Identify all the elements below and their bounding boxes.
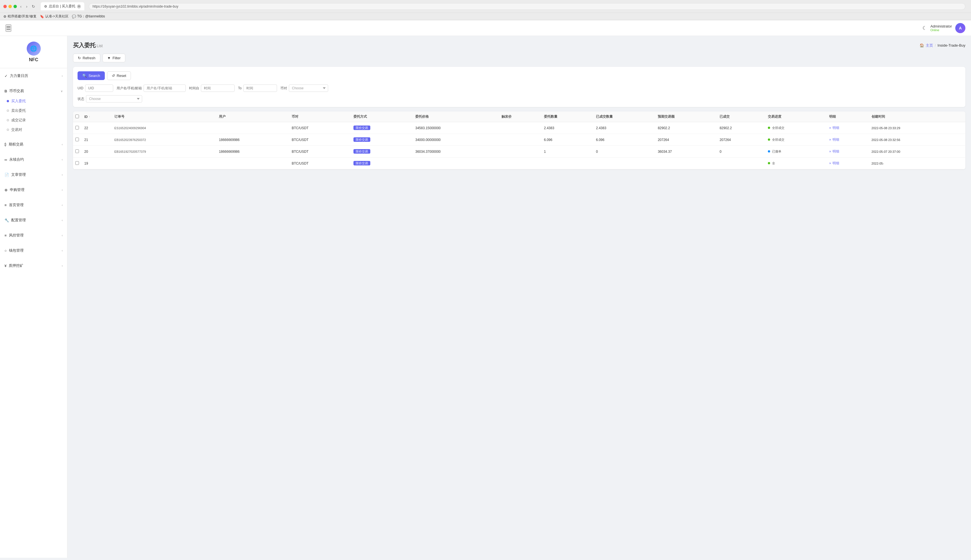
detail-link-0[interactable]: 明细 [833, 126, 839, 130]
row-checkbox-0[interactable] [75, 126, 79, 130]
username-input[interactable] [143, 85, 186, 92]
col-quantity: 委托数量 [542, 112, 594, 122]
page-header: 买入委托 List 🏠 主页 / Inside-Trade-Buy [73, 42, 965, 49]
reset-label: Reset [117, 73, 126, 78]
cell-type-1: 限价交易 [351, 134, 413, 146]
cell-detail-1[interactable]: » 明细 [827, 134, 869, 146]
cell-detail-0[interactable]: » 明细 [827, 122, 869, 134]
sidebar-item-mining[interactable]: ¥ 质押挖矿 ‹ [0, 260, 67, 271]
cell-type-0: 限价交易 [351, 122, 413, 134]
cell-user-1: 18666669986 [217, 134, 289, 146]
back-button[interactable]: ‹ [19, 3, 23, 10]
sidebar-item-calendar[interactable]: ✓ 力力量日历 ‹ [0, 70, 67, 81]
dark-mode-button[interactable]: ☾ [923, 25, 927, 31]
minimize-dot[interactable] [8, 5, 12, 8]
filter-button[interactable]: ▼ Filter [103, 53, 125, 62]
purchase-chevron: ‹ [62, 188, 63, 192]
cell-qty-0: 2.4383 [542, 122, 594, 134]
breadcrumb-home[interactable]: 主页 [926, 43, 933, 48]
reset-button[interactable]: ↺ Reset [107, 71, 131, 80]
futures-icon: ∞ [5, 158, 7, 162]
cell-detail-2[interactable]: » 明细 [827, 146, 869, 158]
sidebar-item-trade-record[interactable]: 成交记录 [0, 115, 67, 125]
reload-button[interactable]: ↻ [31, 3, 36, 10]
select-all-checkbox[interactable] [75, 115, 79, 118]
user-info: Administrator Online [930, 24, 952, 32]
detail-link-2[interactable]: 明细 [833, 149, 839, 153]
bookmark-3[interactable]: 💬 TG：@tianmeibbs [72, 14, 105, 19]
wallet-chevron: ‹ [62, 249, 63, 252]
cell-trigger-3 [499, 158, 542, 169]
sidebar-item-articles[interactable]: 📄 文章管理 ‹ [0, 169, 67, 180]
sidebar-item-trade-pair[interactable]: 交易对 [0, 125, 67, 135]
cell-id-0: 22 [82, 122, 112, 134]
address-bar[interactable]: https://16yuyan-jys102.timibbs.vip/admin… [89, 3, 965, 10]
progress-text-0: 全部成交 [772, 126, 784, 130]
sidebar-item-coin-trade[interactable]: B 币币交易 ∨ [0, 86, 67, 96]
cell-order-no-1: EB1652023976250372 [112, 134, 217, 146]
cell-qty-3 [542, 158, 594, 169]
col-trigger: 触发价 [499, 112, 542, 122]
bookmark-icon-2: 🔖 [40, 15, 44, 18]
main-content: 买入委托 List 🏠 主页 / Inside-Trade-Buy ↻ Refr… [67, 36, 971, 558]
sidebar-item-buy-order[interactable]: 买入委托 [0, 96, 67, 106]
table-header-row: ID ↑ 订单号 用户 币对 委托方式 委托价格 触发价 委托数量 已成交数 [73, 112, 965, 122]
sidebar-item-wallet[interactable]: ○ 钱包管理 ‹ [0, 245, 67, 256]
breadcrumb-current: Inside-Trade-Buy [938, 43, 965, 47]
row-checkbox-2[interactable] [75, 149, 79, 153]
bookmark-2[interactable]: 🔖 认准->天美社区 [40, 14, 68, 19]
row-checkbox-1[interactable] [75, 138, 79, 141]
status-dot-1 [768, 138, 770, 141]
detail-link-1[interactable]: 明细 [833, 138, 839, 142]
tab-close-button[interactable]: × [77, 5, 81, 8]
search-button[interactable]: 🔍 Search [78, 71, 105, 80]
col-created-time: 创建时间 [869, 112, 965, 122]
sidebar-item-purchase[interactable]: ⊕ 申购管理 ‹ [0, 185, 67, 195]
maximize-dot[interactable] [13, 5, 17, 8]
data-table: ID ↑ 订单号 用户 币对 委托方式 委托价格 触发价 委托数量 已成交数 [73, 112, 965, 169]
trade-pair-label: 交易对 [11, 127, 22, 132]
status-select[interactable]: Choose 全部成交 已撤单 [86, 95, 142, 103]
forward-button[interactable]: › [25, 3, 28, 10]
config-label: 配置管理 [11, 218, 26, 223]
refresh-icon: ↻ [78, 56, 81, 60]
sidebar-item-sell-order[interactable]: 卖出委托 [0, 106, 67, 115]
progress-text-1: 全部成交 [772, 138, 784, 141]
sidebar: 🌐 NFC ✓ 力力量日历 ‹ B 币币交易 [0, 36, 67, 558]
detail-link-3[interactable]: 明细 [833, 161, 839, 165]
risk-icon: ≡ [5, 233, 7, 238]
uid-input[interactable] [85, 85, 113, 92]
sidebar-item-risk[interactable]: ≡ 风控管理 ‹ [0, 230, 67, 241]
search-label: Search [88, 73, 100, 78]
refresh-button[interactable]: ↻ Refresh [73, 53, 100, 62]
pair-dot [7, 128, 9, 131]
sidebar-item-homepage[interactable]: ≡ 首页管理 ‹ [0, 200, 67, 210]
url-text: https://16yuyan-jys102.timibbs.vip/admin… [92, 5, 178, 8]
risk-chevron: ‹ [62, 234, 63, 237]
page-subtitle: List [97, 43, 103, 48]
time-from-input[interactable] [201, 85, 235, 92]
cell-id-2: 20 [82, 146, 112, 158]
bookmark-label-2: 认准->天美社区 [45, 14, 68, 19]
sidebar-item-options[interactable]: ₿ 期权交易 ‹ [0, 139, 67, 150]
sort-asc-icon[interactable]: ↑ [89, 115, 90, 118]
coin-select[interactable]: Choose BTC/USDT [289, 85, 328, 92]
chevron-icon: ‹ [62, 75, 63, 78]
config-chevron: ‹ [62, 219, 63, 222]
search-panel: 🔍 Search ↺ Reset UID 用户名/手机/邮箱 [73, 67, 965, 107]
close-dot[interactable] [3, 5, 7, 8]
bookmark-1[interactable]: ⚙ 程序搭建/开发/修复 [3, 14, 37, 19]
coin-trade-icon: B [5, 89, 7, 93]
user-avatar[interactable]: A [955, 23, 965, 33]
col-coin-pair: 币对 [289, 112, 351, 122]
cell-order-no-3 [112, 158, 217, 169]
reset-icon: ↺ [112, 73, 115, 78]
time-to-input[interactable] [243, 85, 277, 92]
hamburger-button[interactable]: ☰ [6, 25, 11, 32]
sidebar-item-futures[interactable]: ∞ 永续合约 ‹ [0, 154, 67, 165]
row-checkbox-3[interactable] [75, 161, 79, 165]
sidebar-item-config[interactable]: 🔧 配置管理 ‹ [0, 215, 67, 225]
browser-tab[interactable]: ⚙ 总后台 | 买入委托 × [41, 2, 84, 10]
cell-detail-3[interactable]: » 明细 [827, 158, 869, 169]
cell-trigger-0 [499, 122, 542, 134]
